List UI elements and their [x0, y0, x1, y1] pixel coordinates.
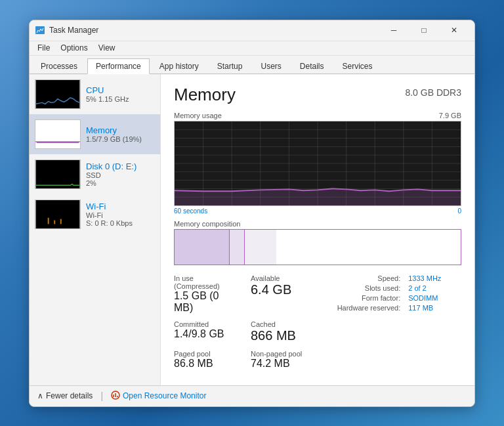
tab-app-history[interactable]: App history: [151, 58, 207, 74]
cpu-sidebar-info: CPU 5% 1.15 GHz: [86, 85, 155, 103]
tab-performance[interactable]: Performance: [87, 58, 150, 74]
sidebar-item-memory[interactable]: Memory 1.5/7.9 GB (19%): [30, 114, 160, 154]
wifi-label: Wi-Fi: [86, 202, 155, 211]
composition-section: Memory composition: [174, 220, 461, 265]
chart-time-right: 0: [457, 207, 461, 215]
menu-options[interactable]: Options: [55, 41, 93, 55]
tab-startup[interactable]: Startup: [209, 58, 251, 74]
menu-file[interactable]: File: [32, 41, 55, 55]
disk-detail1: SSD: [86, 171, 155, 179]
form-factor-value: SODIMM: [408, 294, 461, 302]
all-stats: In use (Compressed) 1.5 GB (0 MB) Availa…: [174, 274, 461, 370]
composition-bar: [174, 229, 461, 265]
disk-sidebar-info: Disk 0 (D: E:) SSD 2%: [86, 161, 155, 187]
svg-rect-5: [36, 200, 80, 228]
speed-label: Speed:: [317, 274, 403, 282]
stat-in-use-value: 1.5 GB (0 MB): [174, 290, 240, 314]
fewer-details-label: Fewer details: [46, 391, 93, 400]
speed-value: 1333 MHz: [408, 274, 461, 282]
svg-rect-4: [36, 160, 80, 188]
left-stats: In use (Compressed) 1.5 GB (0 MB) Availa…: [174, 274, 317, 370]
wifi-detail2: S: 0 R: 0 Kbps: [86, 219, 155, 227]
stat-committed: Committed 1.4/9.8 GB: [174, 320, 240, 343]
stat-paged-pool: Paged pool 86.8 MB: [174, 350, 240, 370]
panel-title: Memory: [174, 85, 236, 105]
stat-in-use-label: In use (Compressed): [174, 274, 240, 290]
disk-label: Disk 0 (D: E:): [86, 161, 155, 171]
stat-paged-value: 86.8 MB: [174, 358, 240, 370]
window-controls: ─ □ ✕: [379, 20, 469, 41]
panel-header: Memory 8.0 GB DDR3: [174, 85, 461, 105]
maximize-button[interactable]: □: [409, 20, 439, 41]
chevron-up-icon: ∧: [37, 391, 43, 400]
panel-subtitle: 8.0 GB DDR3: [405, 87, 461, 98]
composition-label: Memory composition: [174, 220, 461, 228]
menu-view[interactable]: View: [93, 41, 121, 55]
close-button[interactable]: ✕: [439, 20, 469, 41]
svg-rect-1: [36, 80, 80, 108]
tab-services[interactable]: Services: [334, 58, 381, 74]
svg-rect-2: [35, 120, 80, 149]
content-area: CPU 5% 1.15 GHz Memory 1.5/7.9 GB (19%): [30, 74, 474, 385]
disk-detail2: 2%: [86, 179, 155, 187]
open-resource-monitor-link[interactable]: Open Resource Monitor: [111, 391, 206, 402]
comp-free: [276, 230, 461, 265]
sidebar-item-wifi[interactable]: Wi-Fi Wi-Fi S: 0 R: 0 Kbps: [30, 194, 160, 234]
disk-mini-chart: [35, 160, 81, 189]
open-monitor-label: Open Resource Monitor: [123, 391, 206, 400]
main-panel: Memory 8.0 GB DDR3 Memory usage 7.9 GB: [161, 74, 474, 385]
sidebar-item-disk[interactable]: Disk 0 (D: E:) SSD 2%: [30, 154, 160, 194]
wifi-mini-chart: [35, 200, 81, 229]
cpu-mini-chart: [35, 79, 81, 109]
resource-monitor-icon: [111, 391, 120, 402]
status-bar: ∧ Fewer details | Open Resource Monitor: [30, 385, 474, 406]
comp-standby: [245, 230, 276, 265]
stat-nonpaged-value: 74.2 MB: [251, 358, 317, 370]
form-factor-label: Form factor:: [317, 294, 403, 302]
stat-cached-label: Cached: [251, 320, 317, 328]
chart-time-left: 60 seconds: [174, 207, 207, 215]
sidebar-item-cpu[interactable]: CPU 5% 1.15 GHz: [30, 74, 160, 114]
app-icon: [35, 25, 45, 35]
stat-in-use: In use (Compressed) 1.5 GB (0 MB): [174, 274, 240, 314]
stat-cached: Cached 866 MB: [251, 320, 317, 343]
task-manager-window: Task Manager ─ □ ✕ File Options View Pro…: [29, 20, 475, 407]
stat-available-value: 6.4 GB: [251, 282, 317, 297]
memory-mini-chart: [35, 119, 81, 149]
comp-modified: [230, 230, 244, 265]
sidebar: CPU 5% 1.15 GHz Memory 1.5/7.9 GB (19%): [30, 74, 161, 385]
memory-label: Memory: [86, 125, 155, 135]
comp-in-use: [175, 230, 229, 265]
memory-sidebar-info: Memory 1.5/7.9 GB (19%): [86, 125, 155, 143]
minimize-button[interactable]: ─: [379, 20, 409, 41]
hw-reserved-value: 117 MB: [408, 304, 461, 312]
title-bar: Task Manager ─ □ ✕: [30, 20, 474, 41]
slots-label: Slots used:: [317, 284, 403, 292]
cpu-label: CPU: [86, 85, 155, 95]
chart-section-label: Memory usage: [174, 112, 222, 119]
menu-bar: File Options View: [30, 41, 474, 56]
slots-value: 2 of 2: [408, 284, 461, 292]
tab-users[interactable]: Users: [252, 58, 289, 74]
tab-processes[interactable]: Processes: [32, 58, 86, 74]
window-title: Task Manager: [49, 26, 379, 35]
cpu-detail: 5% 1.15 GHz: [86, 95, 155, 103]
fewer-details-button[interactable]: ∧ Fewer details: [37, 391, 93, 400]
memory-detail: 1.5/7.9 GB (19%): [86, 135, 155, 143]
stat-available: Available 6.4 GB: [251, 274, 317, 314]
stat-cached-value: 866 MB: [251, 328, 317, 343]
stat-nonpaged-pool: Non-paged pool 74.2 MB: [251, 350, 317, 370]
tab-bar: Processes Performance App history Startu…: [30, 56, 474, 74]
chart-label-row: Memory usage 7.9 GB: [174, 112, 461, 119]
separator: |: [100, 391, 103, 401]
stat-available-label: Available: [251, 274, 317, 282]
wifi-sidebar-info: Wi-Fi Wi-Fi S: 0 R: 0 Kbps: [86, 202, 155, 227]
stat-paged-label: Paged pool: [174, 350, 240, 358]
tab-details[interactable]: Details: [291, 58, 333, 74]
hw-reserved-label: Hardware reserved:: [317, 304, 403, 312]
stat-committed-label: Committed: [174, 320, 240, 328]
memory-chart: [174, 121, 461, 206]
right-info: Speed: 1333 MHz Slots used: 2 of 2 Form …: [317, 274, 461, 370]
chart-max-label: 7.9 GB: [439, 112, 461, 119]
stat-committed-value: 1.4/9.8 GB: [174, 328, 240, 340]
